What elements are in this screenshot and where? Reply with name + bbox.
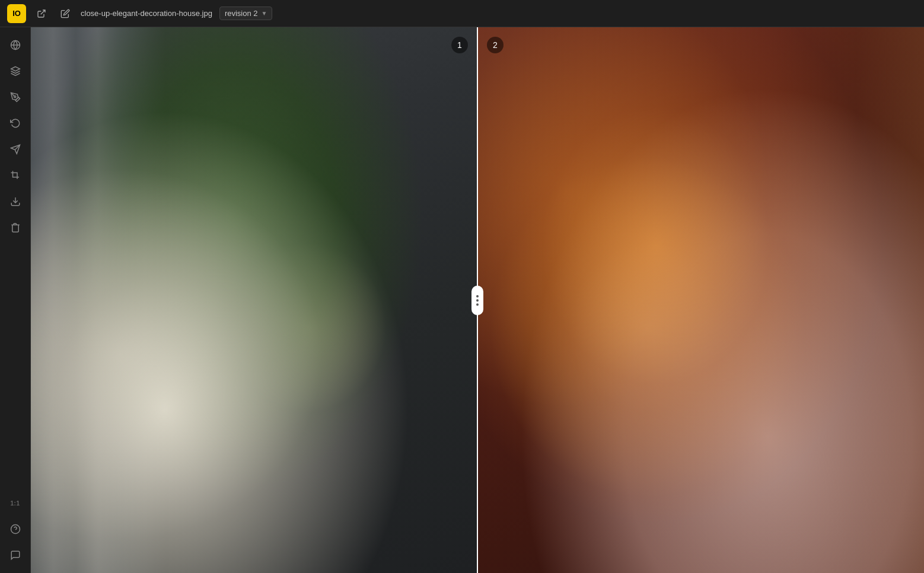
- svg-point-4: [14, 96, 15, 98]
- svg-marker-3: [11, 67, 20, 72]
- canvas-area: 1 2: [31, 27, 924, 573]
- split-divider[interactable]: [477, 27, 478, 573]
- edit-icon[interactable]: [57, 5, 74, 22]
- version-2-label: 2: [487, 37, 504, 53]
- panel-right: 2: [477, 27, 924, 573]
- revision-dropdown[interactable]: revision 2 ▼: [219, 7, 273, 20]
- sidebar-item-brush[interactable]: [4, 85, 27, 109]
- handle-dot-2: [476, 299, 479, 302]
- image-version-1: [31, 27, 477, 573]
- split-handle[interactable]: [471, 286, 483, 315]
- main-layout: 1:1 1 2: [0, 27, 924, 573]
- zoom-label: 1:1: [11, 500, 20, 507]
- external-link-icon[interactable]: [33, 5, 50, 22]
- chevron-down-icon: ▼: [262, 10, 267, 17]
- version-1-label: 1: [451, 37, 468, 53]
- revision-label: revision 2: [225, 9, 258, 18]
- sidebar-item-trash[interactable]: [4, 216, 27, 239]
- sidebar-item-zoom[interactable]: 1:1: [4, 491, 27, 515]
- topbar: IO close-up-elegant-decoration-house.jpg…: [0, 0, 924, 27]
- handle-dot-1: [476, 295, 479, 297]
- image-version-2: [477, 27, 924, 573]
- handle-dot-3: [476, 303, 479, 306]
- sidebar-item-globe[interactable]: [4, 33, 27, 57]
- sidebar-item-chat[interactable]: [4, 543, 27, 567]
- sidebar: 1:1: [0, 27, 31, 573]
- filename-label[interactable]: close-up-elegant-decoration-house.jpg: [81, 9, 212, 18]
- sidebar-item-help[interactable]: [4, 517, 27, 541]
- sidebar-item-send[interactable]: [4, 137, 27, 161]
- sidebar-item-download[interactable]: [4, 190, 27, 213]
- split-view: 1 2: [31, 27, 924, 573]
- sidebar-item-crop[interactable]: [4, 164, 27, 187]
- sidebar-item-layers[interactable]: [4, 59, 27, 83]
- sidebar-item-undo[interactable]: [4, 111, 27, 135]
- logo-badge[interactable]: IO: [7, 4, 26, 23]
- svg-line-0: [41, 10, 45, 14]
- panel-left: 1: [31, 27, 477, 573]
